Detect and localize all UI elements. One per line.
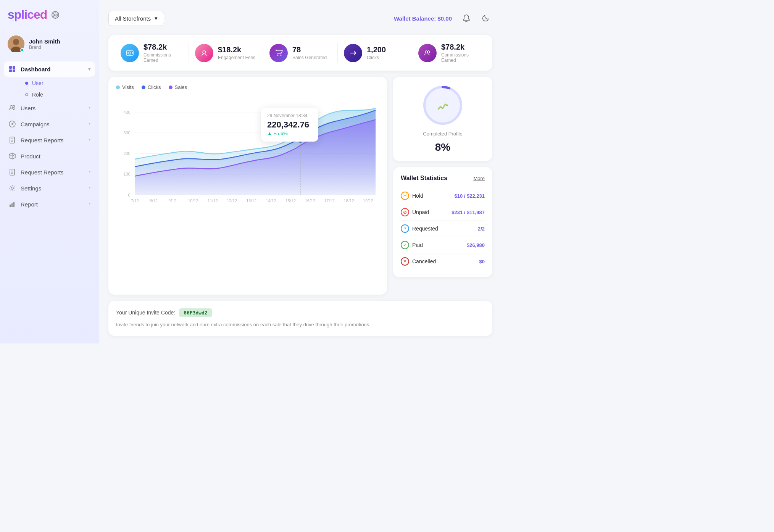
chart-tooltip: 29 November 18:34 220,342.76 ▲ +5.6% xyxy=(261,108,318,142)
dark-mode-button[interactable] xyxy=(479,11,492,25)
svg-text:9/12: 9/12 xyxy=(168,198,176,203)
user-info: John Smith Brand xyxy=(29,38,60,50)
sidebar-item-user[interactable]: User xyxy=(21,77,95,89)
tooltip-value: 220,342.76 xyxy=(267,120,312,130)
svg-point-20 xyxy=(129,52,131,54)
svg-point-15 xyxy=(11,187,13,189)
legend-dot-visits xyxy=(116,85,120,89)
tooltip-change: ▲ +5.6% xyxy=(267,131,312,136)
storefront-selector[interactable]: All Storefronts ▾ xyxy=(108,11,164,26)
storefront-label: All Storefronts xyxy=(115,15,151,22)
stat-label-engagement: Engagement Fees xyxy=(218,55,255,60)
sidebar-item-users-label: Users xyxy=(21,105,35,111)
online-indicator xyxy=(20,48,24,52)
dashboard-icon xyxy=(8,65,16,73)
active-dot xyxy=(25,82,28,85)
legend-label-visits: Visits xyxy=(122,84,134,90)
header: All Storefronts ▾ Wallet Balance: $0.00 xyxy=(108,8,492,29)
paid-value: $26,980 xyxy=(467,242,485,248)
svg-text:12/12: 12/12 xyxy=(227,198,237,203)
settings-icon[interactable] xyxy=(52,11,59,19)
stat-label-commissions-1: Commissions Earned xyxy=(144,52,182,63)
hold-label: Hold xyxy=(412,193,423,199)
main-content: All Storefronts ▾ Wallet Balance: $0.00 xyxy=(99,0,501,343)
stat-value-sales: 78 xyxy=(292,45,327,54)
wallet-row-cancelled-left: ✕ Cancelled xyxy=(401,257,436,266)
svg-point-3 xyxy=(13,39,19,45)
report-icon xyxy=(8,200,16,208)
chart-section: Visits Clicks Sales xyxy=(108,77,387,295)
sidebar-item-campaigns[interactable]: Campaigns › xyxy=(4,116,95,132)
chevron-right-icon-4: › xyxy=(89,169,90,175)
unpaid-value: $231 / $11,987 xyxy=(452,210,485,215)
sidebar-item-settings[interactable]: Settings › xyxy=(4,181,95,196)
clicks-icon xyxy=(344,44,362,62)
sidebar-item-dashboard[interactable]: Dashboard ▾ xyxy=(4,61,95,77)
stat-label-sales: Sales Generated xyxy=(292,55,327,60)
sidebar-item-product[interactable]: Product xyxy=(4,148,95,164)
stat-label-clicks: Clicks xyxy=(367,55,386,60)
sidebar: spliced John Smith Brand xyxy=(0,0,99,343)
chevron-right-icon-3: › xyxy=(89,137,90,143)
svg-text:400: 400 xyxy=(123,110,130,114)
content-row: Visits Clicks Sales xyxy=(108,77,492,295)
commissions-icon-2 xyxy=(418,44,437,62)
sidebar-item-request-reports-2[interactable]: Request Reports › xyxy=(4,164,95,180)
hold-value: $10 / $22,231 xyxy=(454,193,485,199)
chart-svg: 400 300 200 100 0 xyxy=(116,96,379,226)
svg-text:7/12: 7/12 xyxy=(131,198,139,203)
stat-value-commissions-1: $78.2k xyxy=(144,43,182,52)
logo: spliced xyxy=(0,8,99,31)
invite-code-badge[interactable]: 86F3dwd2 xyxy=(179,308,212,317)
svg-text:11/12: 11/12 xyxy=(208,198,218,203)
sidebar-item-users[interactable]: Users › xyxy=(4,100,95,116)
sidebar-item-report[interactable]: Report › xyxy=(4,197,95,212)
tooltip-change-value: +5.6% xyxy=(274,131,288,136)
role-sub-label: Role xyxy=(32,92,43,98)
sidebar-item-dashboard-label: Dashboard xyxy=(21,66,50,73)
stats-row: $78.2k Commissions Earned $18.2k Engagem… xyxy=(108,35,492,71)
svg-text:200: 200 xyxy=(123,151,130,156)
sidebar-item-role[interactable]: Role xyxy=(21,89,95,100)
legend-label-clicks: Clicks xyxy=(148,84,161,90)
svg-rect-8 xyxy=(13,69,15,72)
stat-commissions-earned-1: $78.2k Commissions Earned xyxy=(114,43,189,63)
svg-point-22 xyxy=(277,55,279,56)
user-sub-label: User xyxy=(32,80,44,86)
svg-text:100: 100 xyxy=(123,172,130,176)
svg-rect-7 xyxy=(9,69,12,72)
unpaid-label: Unpaid xyxy=(412,209,429,215)
svg-text:300: 300 xyxy=(123,131,130,135)
stat-info-clicks: 1,200 Clicks xyxy=(367,45,386,60)
sidebar-item-product-label: Product xyxy=(21,153,40,160)
tooltip-value-text: 220,342.76 xyxy=(267,120,309,129)
svg-point-0 xyxy=(55,14,56,16)
notification-button[interactable] xyxy=(460,11,473,25)
sales-icon xyxy=(269,44,288,62)
stat-value-clicks: 1,200 xyxy=(367,45,386,54)
wallet-row-unpaid: ⊘ Unpaid $231 / $11,987 xyxy=(401,204,485,221)
wallet-row-hold: H Hold $10 / $22,231 xyxy=(401,188,485,204)
sidebar-item-request-reports-1[interactable]: Request Reports › xyxy=(4,132,95,148)
wallet-title: Wallet Statistics xyxy=(401,175,447,182)
requested-label: Requested xyxy=(412,226,438,232)
chevron-right-icon-2: › xyxy=(89,121,90,127)
user-profile: John Smith Brand xyxy=(0,31,99,61)
wallet-header: Wallet Statistics More xyxy=(401,175,485,182)
chart-container: 400 300 200 100 0 xyxy=(116,96,379,226)
legend-dot-clicks xyxy=(142,85,145,89)
chevron-right-icon: › xyxy=(89,105,90,111)
sidebar-item-campaigns-label: Campaigns xyxy=(21,121,50,127)
invite-code-label: Your Unique Invite Code: xyxy=(116,310,175,316)
wallet-row-unpaid-left: ⊘ Unpaid xyxy=(401,208,429,216)
user-name: John Smith xyxy=(29,38,60,45)
profile-center-icon xyxy=(437,98,449,112)
stat-label-commissions-2: Commissions Earned xyxy=(441,52,480,63)
wallet-more-button[interactable]: More xyxy=(473,176,485,181)
svg-text:8/12: 8/12 xyxy=(150,198,158,203)
stat-info-sales: 78 Sales Generated xyxy=(292,45,327,60)
svg-text:17/12: 17/12 xyxy=(324,198,334,203)
svg-text:13/12: 13/12 xyxy=(246,198,256,203)
wallet-balance-value: $0.00 xyxy=(437,15,452,22)
dashboard-sub-menu: User Role xyxy=(4,77,95,100)
